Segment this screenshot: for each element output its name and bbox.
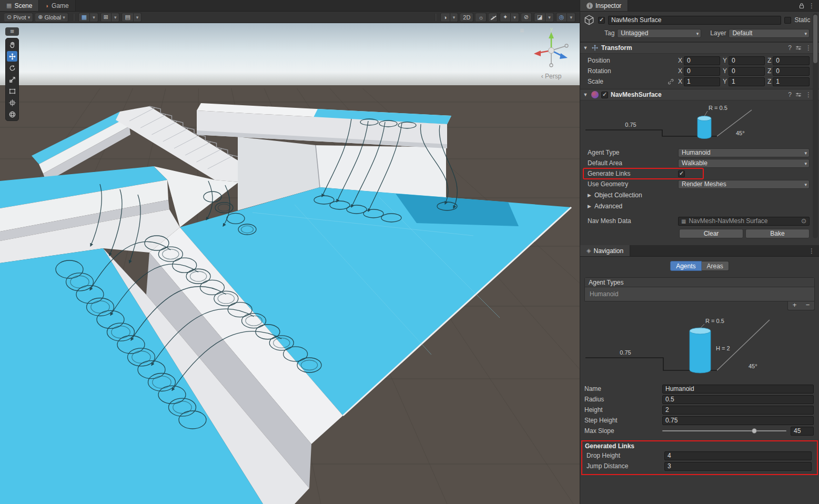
transform-tool-button[interactable] — [7, 97, 17, 108]
rotation-row: Rotation X0 Y0 Z0 — [580, 66, 819, 76]
pivot-dropdown[interactable]: ⊙Pivot▾ — [4, 13, 33, 22]
nav-mesh-data-field[interactable]: ▦ NavMesh-NavMesh Surface ⊙ — [678, 217, 810, 226]
agent-types-footer: + − — [580, 301, 819, 310]
inspector-menu-icon[interactable]: ⋮ — [808, 2, 815, 9]
bake-buttons-row: Clear Bake — [580, 226, 819, 242]
component-menu-icon[interactable]: ⋮ — [805, 44, 812, 52]
max-slope-field[interactable]: 45 — [791, 427, 814, 436]
object-picker-icon[interactable]: ⊙ — [801, 217, 806, 225]
generated-links-section: Generated Links Drop Height 4 Jump Dista… — [581, 440, 818, 475]
foldout-icon[interactable]: ▼ — [582, 45, 589, 51]
toolbar-separator — [73, 14, 74, 21]
camera-settings-dropdown[interactable]: ◪ ▾ — [534, 13, 554, 22]
transform-header[interactable]: ▼ Transform ? ⋮ — [580, 42, 819, 54]
scale-z-field[interactable]: 1 — [773, 77, 810, 86]
scale-tool-button[interactable] — [7, 74, 17, 85]
use-geometry-dropdown[interactable]: Render Meshes▾ — [678, 180, 810, 189]
scrollbar-thumb[interactable] — [813, 15, 817, 63]
agents-tab[interactable]: Agents — [670, 261, 701, 271]
max-slope-slider[interactable] — [662, 430, 786, 431]
foldout-icon[interactable]: ▼ — [582, 92, 589, 97]
agent-height-field[interactable]: 2 — [662, 406, 814, 415]
tab-navigation[interactable]: ◈ Navigation — [580, 245, 630, 256]
navmeshsurface-component-icon — [591, 91, 599, 98]
tag-dropdown[interactable]: Untagged▾ — [617, 29, 701, 38]
scene-visibility-toggle[interactable]: ⊘ — [521, 13, 532, 22]
drop-height-field[interactable]: 4 — [664, 451, 812, 460]
agent-type-row: Agent Type Humanoid▾ — [580, 147, 819, 158]
custom-tool-button[interactable] — [7, 109, 17, 119]
rect-tool-button[interactable] — [7, 86, 17, 96]
remove-agent-button[interactable]: − — [801, 301, 814, 310]
clear-button[interactable]: Clear — [679, 229, 743, 238]
tab-inspector[interactable]: i Inspector — [580, 0, 628, 11]
tool-strip-menu-icon[interactable]: ≡ — [5, 27, 19, 36]
constrain-proportions-icon[interactable] — [668, 78, 674, 85]
custom-tool-icon — [9, 112, 15, 117]
gameobject-active-checkbox[interactable] — [598, 17, 605, 24]
layer-label: Layer — [710, 29, 726, 37]
grid-visibility-dropdown[interactable]: ▦ ▾ — [78, 13, 98, 22]
presets-icon[interactable] — [795, 92, 802, 97]
hand-tool-button[interactable] — [7, 39, 17, 50]
add-agent-button[interactable]: + — [788, 301, 801, 310]
rotate-tool-button[interactable] — [7, 63, 17, 73]
scene-audio-toggle[interactable]: ♪ — [489, 13, 498, 22]
tab-game[interactable]: ◗ Game — [39, 0, 75, 11]
component-menu-icon[interactable]: ⋮ — [805, 91, 812, 98]
navigation-menu-icon[interactable]: ⋮ — [808, 247, 815, 255]
move-tool-button[interactable] — [7, 51, 17, 62]
grid-snapping-dropdown[interactable]: ⊞ ▾ — [100, 13, 120, 22]
agent-settings: Name Humanoid Radius 0.5 Height 2 Step H… — [580, 384, 819, 436]
rotation-y-field[interactable]: 0 — [729, 67, 765, 76]
generate-links-checkbox[interactable] — [678, 170, 685, 177]
gameobject-name-field[interactable]: NavMesh Surface — [608, 16, 781, 25]
advanced-foldout[interactable]: ▶ Advanced — [580, 200, 819, 211]
bake-button[interactable]: Bake — [745, 229, 810, 238]
navmeshsurface-enabled-checkbox[interactable] — [601, 92, 608, 98]
static-checkbox[interactable] — [784, 17, 791, 24]
2d-view-toggle[interactable]: 2D — [460, 13, 473, 22]
agent-radius-field[interactable]: 0.5 — [662, 395, 814, 404]
help-icon[interactable]: ? — [788, 44, 792, 52]
inspector-scrollbar[interactable] — [813, 13, 818, 238]
jump-distance-field[interactable]: 3 — [664, 462, 812, 471]
agent-type-dropdown[interactable]: Humanoid▾ — [678, 148, 810, 157]
presets-icon[interactable] — [795, 45, 802, 51]
effects-dropdown[interactable]: ✦ ▾ — [500, 13, 519, 22]
default-area-dropdown[interactable]: Walkable▾ — [678, 159, 810, 168]
navmeshsurface-header[interactable]: ▼ NavMeshSurface ? ⋮ — [580, 89, 819, 100]
chevron-down-icon: ▾ — [136, 15, 139, 20]
projection-mode-label[interactable]: ‹ Persp — [523, 73, 580, 80]
position-y-field[interactable]: 0 — [729, 56, 765, 65]
help-icon[interactable]: ? — [788, 91, 792, 98]
agent-name-field[interactable]: Humanoid — [662, 385, 814, 394]
handle-rotation-dropdown[interactable]: ⊕Global▾ — [35, 13, 68, 22]
areas-tab[interactable]: Areas — [702, 261, 729, 271]
position-x-field[interactable]: 0 — [684, 56, 720, 65]
scene-lighting-toggle[interactable]: ☼ — [476, 13, 487, 22]
agent-type-item[interactable]: Humanoid — [585, 287, 814, 301]
rotation-z-field[interactable]: 0 — [773, 67, 810, 76]
gizmos-dropdown[interactable]: ◎ ▾ — [556, 13, 575, 22]
overlay-menu-icon[interactable]: ≡ — [520, 26, 524, 35]
shading-mode-dropdown[interactable]: ◑ ▾ — [440, 13, 458, 22]
snap-increment-dropdown[interactable]: ▤ ▾ — [122, 13, 141, 22]
lock-icon[interactable] — [799, 3, 804, 9]
step-height-field[interactable]: 0.75 — [662, 416, 814, 425]
scene-toolbar: ⊙Pivot▾ ⊕Global▾ ▦ ▾ ⊞ ▾ ▤ ▾ ◑ ▾ — [0, 12, 580, 23]
scene-viewport[interactable] — [0, 23, 580, 504]
position-z-field[interactable]: 0 — [773, 56, 810, 65]
tab-scene[interactable]: ▦ Scene — [0, 0, 39, 11]
scale-x-field[interactable]: 1 — [684, 77, 720, 86]
orientation-gizmo[interactable]: y — [527, 25, 575, 74]
pivot-icon: ⊙ — [7, 14, 12, 21]
layer-dropdown[interactable]: Default▾ — [729, 29, 810, 38]
navigation-tabbar: ◈ Navigation ⋮ — [580, 245, 819, 257]
move-icon — [9, 53, 15, 59]
rotation-x-field[interactable]: 0 — [684, 67, 720, 76]
object-collection-foldout[interactable]: ▶ Object Collection — [580, 189, 819, 200]
slider-knob[interactable] — [752, 428, 757, 434]
scale-y-field[interactable]: 1 — [729, 77, 765, 86]
chevron-left-icon: ‹ — [541, 73, 543, 80]
